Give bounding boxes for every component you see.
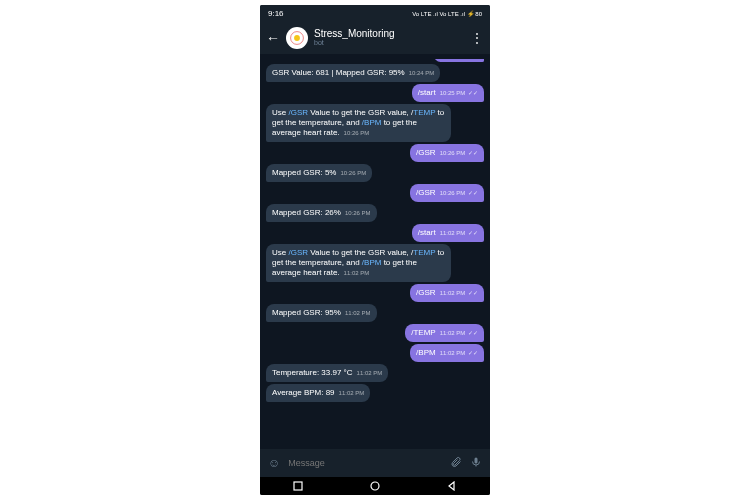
message-bubble: /start11:02 PM ✓✓ [412,224,484,242]
avatar[interactable] [286,27,308,49]
message-time: 11:02 PM [345,310,371,318]
message-time: 10:26 PM [344,130,370,138]
message-text: /start [418,88,436,97]
message-bubble: Mapped GSR: 26%10:26 PM [266,204,377,222]
message-time: 11:02 PM [344,270,370,278]
message-text: /GSR [416,188,436,197]
message-text: Mapped GSR: 95% [272,308,341,317]
message-bubble: Mapped GSR: 95%11:02 PM [266,304,377,322]
message-out[interactable]: /start11:02 PM ✓✓ [266,224,484,242]
more-icon[interactable]: ⋮ [471,31,484,45]
read-check-icon: ✓✓ [468,190,478,196]
status-time: 9:16 [268,9,284,18]
message-out[interactable]: /BPM11:02 PM ✓✓ [266,344,484,362]
message-text: Mapped GSR: 26% [272,208,341,217]
message-in[interactable]: Mapped GSR: 5%10:26 PM [266,164,484,182]
message-bubble: /GSR10:26 PM ✓✓ [410,144,484,162]
message-time: 11:02 PM ✓✓ [440,290,478,298]
nav-back-icon[interactable] [447,481,457,491]
message-text: Temperature: 33.97 °C [272,368,353,377]
message-out[interactable]: /GSR11:02 PM ✓✓ [266,284,484,302]
message-text: Average BPM: 89 [272,388,335,397]
message-out[interactable]: /TEMP11:02 PM ✓✓ [266,324,484,342]
message-in[interactable]: Average BPM: 8911:02 PM [266,384,484,402]
message-time: 10:24 PM ✓✓ [442,59,480,60]
svg-point-1 [294,35,300,41]
chat-subtitle: bot [314,39,465,46]
read-check-icon: ✓✓ [468,350,478,356]
message-bubble: /BPM11:02 PM ✓✓ [410,344,484,362]
message-out[interactable]: /GSR10:26 PM ✓✓ [266,184,484,202]
nav-recent-icon[interactable] [293,481,303,491]
message-in[interactable]: Use /GSR Value to get the GSR value, /TE… [266,244,484,282]
message-bubble: /start10:25 PM ✓✓ [412,84,484,102]
back-icon[interactable]: ← [266,30,280,46]
message-text: Mapped GSR: 5% [272,168,336,177]
message-in[interactable]: Temperature: 33.97 °C11:02 PM [266,364,484,382]
message-text: /start [418,228,436,237]
message-in[interactable]: Mapped GSR: 95%11:02 PM [266,304,484,322]
chat-header: ← Stress_Monitoring bot ⋮ [260,21,490,55]
message-text: /TEMP [411,328,435,337]
read-check-icon: ✓✓ [468,290,478,296]
message-time: 11:02 PM ✓✓ [440,330,478,338]
mic-icon[interactable] [470,456,482,471]
message-text: /BPM [416,348,436,357]
svg-rect-3 [294,482,302,490]
message-bubble: Mapped GSR: 5%10:26 PM [266,164,372,182]
message-out[interactable]: /start10:25 PM ✓✓ [266,84,484,102]
title-block[interactable]: Stress_Monitoring bot [314,29,465,46]
read-check-icon: ✓✓ [468,330,478,336]
message-time: 10:25 PM ✓✓ [440,90,478,98]
message-bubble: Use /GSR Value to get the GSR value, /TE… [266,244,451,282]
chat-area[interactable]: 10:24 PM ✓✓GSR Value: 681 | Mapped GSR: … [260,55,490,449]
android-nav [260,477,490,495]
message-bubble: Average BPM: 8911:02 PM [266,384,370,402]
message-bubble: /TEMP11:02 PM ✓✓ [405,324,484,342]
read-check-icon: ✓✓ [468,90,478,96]
svg-point-4 [371,482,379,490]
read-check-icon: ✓✓ [468,230,478,236]
nav-home-icon[interactable] [370,481,380,491]
message-time: 10:26 PM [345,210,371,218]
message-in[interactable]: Use /GSR Value to get the GSR value, /TE… [266,104,484,142]
read-check-icon: ✓✓ [468,150,478,156]
message-out[interactable]: /GSR10:26 PM ✓✓ [266,144,484,162]
message-time: 10:26 PM ✓✓ [440,190,478,198]
message-input[interactable] [288,458,442,468]
message-bubble: 10:24 PM ✓✓ [434,59,484,62]
message-bubble: GSR Value: 681 | Mapped GSR: 95%10:24 PM [266,64,440,82]
message-out[interactable]: 10:24 PM ✓✓ [266,59,484,62]
attach-icon[interactable] [450,456,462,471]
message-time: 10:26 PM ✓✓ [440,150,478,158]
message-time: 11:02 PM ✓✓ [440,350,478,358]
emoji-icon[interactable]: ☺ [268,456,280,470]
message-time: 10:24 PM [409,70,435,78]
phone-frame: 9:16 Vo LTE .ıl Vo LTE .ıl ⚡ 80 ← Stress… [260,5,490,495]
message-time: 11:02 PM ✓✓ [440,230,478,238]
message-text: GSR Value: 681 | Mapped GSR: 95% [272,68,405,77]
message-in[interactable]: GSR Value: 681 | Mapped GSR: 95%10:24 PM [266,64,484,82]
message-bubble: /GSR10:26 PM ✓✓ [410,184,484,202]
message-bubble: Temperature: 33.97 °C11:02 PM [266,364,388,382]
svg-rect-2 [475,457,478,463]
message-time: 10:26 PM [340,170,366,178]
message-text: /GSR [416,148,436,157]
message-time: 11:02 PM [357,370,383,378]
chat-title: Stress_Monitoring [314,29,465,39]
message-bubble: /GSR11:02 PM ✓✓ [410,284,484,302]
status-bar: 9:16 Vo LTE .ıl Vo LTE .ıl ⚡ 80 [260,5,490,21]
message-bubble: Use /GSR Value to get the GSR value, /TE… [266,104,451,142]
message-time: 11:02 PM [339,390,365,398]
message-in[interactable]: Mapped GSR: 26%10:26 PM [266,204,484,222]
input-bar: ☺ [260,449,490,477]
status-indicators: Vo LTE .ıl Vo LTE .ıl ⚡ 80 [412,10,482,17]
message-text: /GSR [416,288,436,297]
